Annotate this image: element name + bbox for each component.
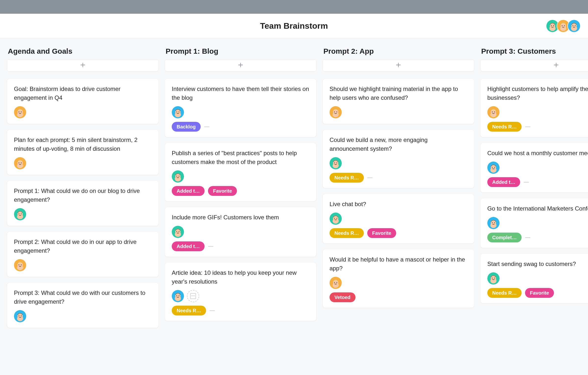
svg-point-48 xyxy=(179,112,179,112)
svg-point-53 xyxy=(179,176,179,176)
task-card[interactable]: Go to the International Marketers Confer… xyxy=(480,198,588,248)
column-title[interactable]: Prompt 2: App xyxy=(322,45,474,59)
svg-point-58 xyxy=(179,231,179,232)
task-card[interactable]: Article idea: 10 ideas to help you keep … xyxy=(165,262,317,321)
tag-added[interactable]: Added t… xyxy=(487,177,520,187)
add-tag-placeholder[interactable] xyxy=(209,310,215,311)
add-card-button[interactable] xyxy=(165,59,317,72)
due-date-placeholder-icon[interactable] xyxy=(187,290,199,302)
task-card[interactable]: Live chat bot? Needs R…Favorite xyxy=(322,194,474,244)
assignee-avatar[interactable] xyxy=(14,208,26,220)
tag-backlog[interactable]: Backlog xyxy=(172,122,201,132)
tag-row: Vetoed xyxy=(330,292,467,302)
column-title[interactable]: Prompt 1: Blog xyxy=(165,45,317,59)
svg-point-52 xyxy=(176,176,177,176)
add-tag-placeholder[interactable] xyxy=(524,182,529,183)
svg-point-41 xyxy=(21,315,22,316)
svg-point-36 xyxy=(21,264,22,265)
add-card-button[interactable] xyxy=(7,59,159,72)
tag-vetoed[interactable]: Vetoed xyxy=(330,292,355,302)
add-card-button[interactable] xyxy=(322,59,474,72)
task-card[interactable]: Publish a series of "best practices" pos… xyxy=(165,143,317,201)
task-card[interactable]: Plan for each prompt: 5 min silent brain… xyxy=(7,129,159,175)
assignee-avatar[interactable] xyxy=(330,106,342,118)
task-card[interactable]: Prompt 1: What could we do on our blog t… xyxy=(7,180,159,226)
task-card[interactable]: Start sending swag to customers? Needs R… xyxy=(480,253,588,303)
svg-point-85 xyxy=(336,282,337,283)
tag-complete[interactable]: Complet… xyxy=(487,233,522,242)
tag-needs[interactable]: Needs R… xyxy=(330,228,364,238)
assignee-avatar[interactable] xyxy=(172,290,184,302)
tag-added[interactable]: Added t… xyxy=(172,241,205,251)
assignee-avatar[interactable] xyxy=(14,259,26,271)
svg-point-40 xyxy=(19,315,19,316)
page-title: Team Brainstorm xyxy=(260,21,328,31)
task-meta xyxy=(487,272,588,285)
assignee-avatar[interactable] xyxy=(172,170,184,183)
task-card[interactable]: Should we highlight training material in… xyxy=(322,78,474,124)
task-title: Publish a series of "best practices" pos… xyxy=(172,149,309,166)
svg-point-106 xyxy=(492,278,493,278)
task-card[interactable]: Could we host a monthly customer meet up… xyxy=(480,143,588,193)
assignee-avatar[interactable] xyxy=(487,162,500,174)
tag-favorite[interactable]: Favorite xyxy=(367,228,396,238)
task-meta xyxy=(14,106,152,118)
assignee-avatar[interactable] xyxy=(330,212,342,225)
assignee-avatar[interactable] xyxy=(487,106,500,118)
svg-point-4 xyxy=(553,25,554,26)
svg-point-84 xyxy=(334,282,335,283)
svg-point-21 xyxy=(21,112,22,112)
collaborator-avatar[interactable] xyxy=(567,19,581,33)
assignee-avatar[interactable] xyxy=(14,310,26,322)
plus-icon xyxy=(237,62,244,69)
assignee-avatar[interactable] xyxy=(14,106,26,118)
add-tag-placeholder[interactable] xyxy=(367,177,373,178)
task-meta xyxy=(14,208,152,220)
task-card[interactable]: Could we build a new, more engaging anno… xyxy=(322,129,474,188)
task-meta xyxy=(330,277,467,289)
task-card[interactable]: Goal: Brainstorm ideas to drive customer… xyxy=(7,78,159,124)
tag-favorite[interactable]: Favorite xyxy=(525,288,554,298)
svg-point-14 xyxy=(575,25,576,26)
assignee-avatar[interactable] xyxy=(487,272,500,285)
assignee-avatar[interactable] xyxy=(487,217,500,229)
task-card[interactable]: Would it be helpful to have a mascot or … xyxy=(322,249,474,308)
assignee-avatar[interactable] xyxy=(14,157,26,169)
svg-point-35 xyxy=(19,264,19,265)
svg-point-30 xyxy=(19,213,19,214)
svg-point-47 xyxy=(176,112,177,112)
tag-favorite[interactable]: Favorite xyxy=(208,186,237,196)
add-tag-placeholder[interactable] xyxy=(525,126,530,127)
column-title[interactable]: Prompt 3: Customers xyxy=(480,45,588,59)
task-card[interactable]: Include more GIFs! Customers love them A… xyxy=(165,207,317,257)
assignee-avatar[interactable] xyxy=(330,157,342,169)
tag-needs[interactable]: Needs R… xyxy=(487,288,522,298)
add-tag-placeholder[interactable] xyxy=(525,237,530,238)
plus-icon xyxy=(79,62,86,69)
assignee-avatar[interactable] xyxy=(330,277,342,289)
svg-point-20 xyxy=(19,112,19,112)
column-title[interactable]: Agenda and Goals xyxy=(7,45,159,59)
assignee-avatar[interactable] xyxy=(172,106,184,118)
add-tag-placeholder[interactable] xyxy=(208,246,213,247)
task-meta xyxy=(487,106,588,118)
task-title: Interview customers to have them tell th… xyxy=(172,85,309,102)
add-tag-placeholder[interactable] xyxy=(204,126,209,127)
task-card[interactable]: Prompt 3: What could we do with our cust… xyxy=(7,282,159,328)
tag-needs[interactable]: Needs R… xyxy=(172,306,206,315)
tag-added[interactable]: Added t… xyxy=(172,186,205,196)
svg-point-97 xyxy=(494,167,495,168)
task-title: Would it be helpful to have a mascot or … xyxy=(330,255,467,273)
collaborator-avatars[interactable] xyxy=(548,19,581,33)
svg-point-3 xyxy=(551,25,552,26)
task-title: Prompt 2: What could we do in our app to… xyxy=(14,238,152,255)
add-card-button[interactable] xyxy=(480,59,588,72)
task-card[interactable]: Highlight customers to help amplify thei… xyxy=(480,78,588,137)
assignee-avatar[interactable] xyxy=(172,226,184,238)
task-meta xyxy=(172,170,309,183)
svg-point-31 xyxy=(21,213,22,214)
task-card[interactable]: Prompt 2: What could we do in our app to… xyxy=(7,231,159,277)
tag-needs[interactable]: Needs R… xyxy=(487,122,522,132)
tag-needs[interactable]: Needs R… xyxy=(330,173,364,183)
task-card[interactable]: Interview customers to have them tell th… xyxy=(165,78,317,137)
